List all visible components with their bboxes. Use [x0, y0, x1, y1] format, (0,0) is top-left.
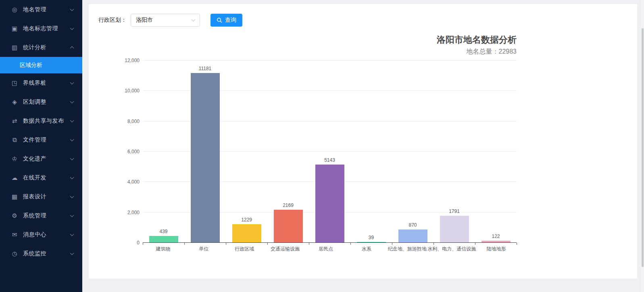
sidebar-item[interactable]: ◳界线界桩	[0, 73, 82, 92]
sidebar-item[interactable]: ⧉文件管理	[0, 130, 82, 149]
scrollbar-thumb[interactable]	[642, 28, 644, 267]
sidebar-item[interactable]: ☁在线开发	[0, 168, 82, 187]
sidebar-item[interactable]: ⚙系统管理	[0, 206, 82, 225]
x-axis-tick	[267, 243, 268, 245]
bar-value-label: 1229	[241, 217, 252, 223]
x-axis-tick	[143, 243, 143, 245]
main-content: 行政区划： 洛阳市 查询 洛阳市地名数据分析 地名总量：22983 02,000…	[82, 0, 644, 292]
bar-value-label: 39	[369, 235, 374, 240]
x-axis-tick	[226, 243, 226, 245]
y-tick-label: 4,000	[127, 179, 140, 185]
bar[interactable]	[315, 165, 344, 243]
sidebar: ◎地名管理▣地名标志管理▥统计分析区域分析◳界线界桩◈区划调整⇄数据共享与发布⧉…	[0, 0, 82, 292]
sidebar-item[interactable]: ▥统计分析	[0, 38, 82, 57]
share-icon: ⇄	[11, 117, 18, 125]
district-badge-icon: ◈	[11, 98, 18, 106]
sidebar-subitem[interactable]: 区域分析	[0, 57, 82, 73]
file-icon: ⧉	[11, 136, 18, 144]
x-axis-tick	[309, 243, 309, 245]
sidebar-item-label: 统计分析	[23, 44, 71, 51]
sidebar-item-label: 地名管理	[23, 6, 71, 13]
bar-value-label: 870	[408, 222, 417, 228]
bar[interactable]	[398, 229, 427, 243]
pin-icon: ◎	[11, 6, 18, 13]
bar-value-label: 11181	[199, 66, 212, 71]
sidebar-item[interactable]: ◷系统监控	[0, 244, 82, 263]
x-axis-label: 陆地地形	[476, 246, 517, 252]
sign-icon: ▣	[11, 25, 18, 32]
sidebar-item[interactable]: ◎地名管理	[0, 0, 82, 19]
content-card: 行政区划： 洛阳市 查询 洛阳市地名数据分析 地名总量：22983 02,000…	[89, 4, 637, 279]
y-tick-label: 6,000	[127, 149, 140, 154]
bar-column: 11181	[184, 60, 226, 243]
x-axis-label: 水系	[346, 246, 387, 252]
y-tick-label: 12,000	[125, 58, 140, 63]
x-axis-label: 纪念地、旅游胜地	[387, 246, 427, 252]
x-axis-tick	[517, 243, 517, 245]
region-select-value: 洛阳市	[136, 17, 153, 24]
plot-row: 02,0004,0006,0008,00010,00012,000 439111…	[98, 60, 517, 243]
chart-subtitle: 地名总量：22983	[98, 47, 517, 56]
bar-column: 1791	[434, 60, 475, 243]
bar[interactable]	[232, 224, 261, 243]
y-axis: 02,0004,0006,0008,00010,00012,000	[98, 60, 143, 243]
chart-subtitle-label: 地名总量：	[467, 48, 499, 55]
chart-subtitle-value: 22983	[499, 48, 517, 55]
bar[interactable]	[274, 210, 303, 243]
x-axis-label: 建筑物	[143, 246, 183, 252]
sidebar-item-label: 报表设计	[23, 193, 71, 200]
sidebar-item-label: 数据共享与发布	[23, 117, 71, 125]
query-button[interactable]: 查询	[210, 14, 242, 27]
bar-column: 5143	[309, 60, 350, 243]
sidebar-item[interactable]: ⇄数据共享与发布	[0, 111, 82, 130]
bar-column: 122	[475, 60, 517, 243]
sidebar-item-label: 系统监控	[23, 250, 71, 257]
monitor-icon: ◷	[11, 250, 18, 257]
bar[interactable]	[191, 73, 220, 243]
x-axis-tick	[350, 243, 351, 245]
bar-value-label: 1791	[449, 209, 460, 214]
report-icon: ▦	[11, 193, 18, 200]
search-icon	[217, 17, 222, 23]
sidebar-item[interactable]: ♔文化遗产	[0, 149, 82, 168]
vertical-scrollbar[interactable]	[641, 0, 644, 292]
sidebar-item-label: 消息中心	[23, 231, 71, 238]
message-icon: ✉	[11, 231, 18, 238]
x-axis-label: 交通运输设施	[265, 246, 306, 252]
bars: 43911181122921695143398701791122	[143, 60, 517, 243]
chevron-down-icon	[70, 7, 74, 11]
sidebar-menu: ◎地名管理▣地名标志管理▥统计分析区域分析◳界线界桩◈区划调整⇄数据共享与发布⧉…	[0, 0, 82, 263]
chevron-down-icon	[70, 80, 74, 84]
query-button-label: 查询	[225, 17, 236, 24]
region-select[interactable]: 洛阳市	[131, 14, 200, 27]
bar-value-label: 2169	[283, 202, 294, 208]
bar-column: 870	[392, 60, 434, 243]
bar[interactable]	[440, 216, 469, 243]
x-axis-line	[143, 242, 517, 243]
bar-column: 39	[350, 60, 392, 243]
y-tick-label: 10,000	[125, 88, 140, 94]
x-axis-label: 行政区域	[224, 246, 265, 252]
bar-column: 1229	[226, 60, 267, 243]
sidebar-item[interactable]: ▦报表设计	[0, 187, 82, 206]
chevron-down-icon	[70, 118, 74, 122]
bar-column: 2169	[267, 60, 309, 243]
sidebar-item[interactable]: ▣地名标志管理	[0, 19, 82, 38]
plot-area: 43911181122921695143398701791122	[143, 60, 517, 243]
sidebar-item[interactable]: ✉消息中心	[0, 225, 82, 244]
bar[interactable]	[149, 236, 178, 243]
x-axis-tick	[184, 243, 185, 245]
bar-value-label: 439	[159, 229, 167, 234]
sidebar-item-label: 系统管理	[23, 212, 71, 219]
sidebar-item[interactable]: ◈区划调整	[0, 92, 82, 111]
gear-icon: ⚙	[11, 212, 18, 219]
cloud-icon: ☁	[11, 174, 18, 181]
bar-value-label: 122	[492, 234, 500, 239]
bar-value-label: 5143	[324, 157, 335, 163]
chevron-down-icon	[70, 251, 74, 255]
chevron-down-icon	[70, 137, 74, 141]
sidebar-item-label: 文化遗产	[23, 155, 71, 163]
chevron-down-icon	[70, 156, 74, 160]
chevron-down-icon	[192, 18, 196, 22]
y-tick-label: 2,000	[127, 210, 140, 215]
